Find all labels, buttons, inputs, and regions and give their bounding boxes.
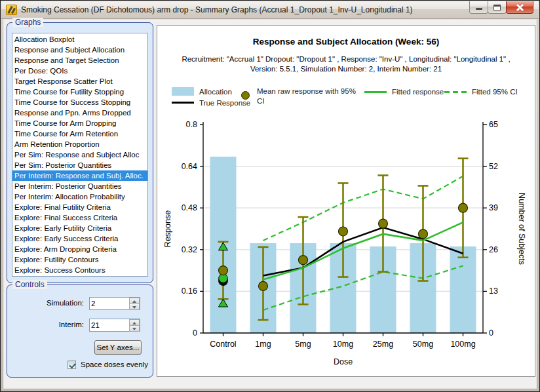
fitted-ci-dash-swatch bbox=[444, 91, 467, 93]
svg-text:0.48: 0.48 bbox=[182, 203, 197, 212]
interim-stepper bbox=[89, 319, 140, 332]
chart-legend: Allocation True Response Mean raw respon… bbox=[157, 86, 535, 115]
raw-mean-point-swatch bbox=[241, 91, 250, 100]
svg-text:0.16: 0.16 bbox=[182, 286, 197, 296]
graph-list-item[interactable]: Explore: Futility Contours bbox=[12, 254, 147, 265]
minimize-icon bbox=[476, 8, 482, 10]
legend-raw-mean-label: Mean raw response with 95% CI bbox=[257, 87, 360, 106]
svg-text:13: 13 bbox=[489, 286, 498, 296]
interim-input[interactable] bbox=[91, 320, 128, 330]
graph-list-item[interactable]: Per Dose: QOIs bbox=[12, 66, 147, 76]
svg-text:26: 26 bbox=[489, 245, 498, 254]
graph-list-item[interactable]: Per Interim: Allocation Probability bbox=[12, 191, 147, 202]
graph-list-item[interactable]: Per Interim: Posterior Quantities bbox=[12, 181, 147, 191]
graphs-group-label: Graphs bbox=[12, 18, 43, 27]
graph-list-item[interactable]: Time Course for Success Stopping bbox=[12, 97, 147, 108]
svg-text:25mg: 25mg bbox=[373, 340, 393, 349]
svg-text:Control: Control bbox=[210, 340, 236, 349]
app-window: Smoking Cessation (DF Dichotomous) arm d… bbox=[0, 0, 540, 392]
chart-subtitle: Recruitment: "Accrual 1" Dropout: "Dropo… bbox=[176, 54, 516, 74]
graphs-groupbox: Graphs Allocation BoxplotResponse and Su… bbox=[7, 22, 153, 283]
legend-fitted-ci-label: Fitted 95% CI bbox=[472, 88, 518, 96]
graph-list[interactable]: Allocation BoxplotResponse and Subject A… bbox=[12, 33, 148, 277]
graph-list-item[interactable]: Response and Ppn. Arms Dropped bbox=[12, 108, 147, 118]
window-title: Smoking Cessation (DF Dichotomous) arm d… bbox=[21, 5, 413, 14]
svg-text:Response: Response bbox=[163, 210, 172, 247]
graph-list-item[interactable]: Per Sim: Response and Subject Alloc bbox=[12, 149, 147, 160]
controls-group-label: Controls bbox=[12, 280, 47, 289]
svg-text:0.64: 0.64 bbox=[182, 162, 197, 171]
graph-list-item[interactable]: Explore: Success Contours bbox=[12, 265, 147, 275]
true-response-line-swatch bbox=[172, 102, 194, 104]
simulation-input[interactable] bbox=[91, 298, 128, 309]
minimize-button[interactable] bbox=[469, 1, 488, 14]
summary-chart: 00.160.320.480.640.801326395265Control1m… bbox=[157, 115, 535, 376]
svg-text:Dose: Dose bbox=[334, 357, 353, 366]
svg-text:52: 52 bbox=[489, 162, 498, 171]
legend-fitted-label: Fitted response bbox=[392, 88, 444, 96]
title-bar[interactable]: Smoking Cessation (DF Dichotomous) arm d… bbox=[1, 1, 539, 19]
svg-text:10mg: 10mg bbox=[333, 340, 353, 349]
svg-text:65: 65 bbox=[489, 120, 498, 129]
graph-list-item[interactable]: Arm Retention Proportion bbox=[12, 139, 147, 149]
svg-text:0: 0 bbox=[489, 328, 493, 338]
svg-text:5mg: 5mg bbox=[295, 340, 311, 349]
legend-true-response-label: True Response bbox=[199, 99, 250, 107]
simulation-label: Simulation: bbox=[31, 299, 84, 307]
graph-list-item[interactable]: Time Course for Arm Retention bbox=[12, 128, 147, 139]
close-button[interactable] bbox=[506, 1, 533, 14]
svg-text:50mg: 50mg bbox=[413, 340, 433, 349]
graph-list-item[interactable]: Time Course for Futility Stopping bbox=[12, 87, 147, 97]
simulation-spin-down[interactable] bbox=[129, 304, 140, 310]
svg-text:39: 39 bbox=[489, 203, 498, 212]
graph-list-item[interactable]: Target Response Scatter Plot bbox=[12, 76, 147, 87]
set-y-axes-button[interactable]: Set Y axes... bbox=[94, 340, 142, 355]
svg-text:1mg: 1mg bbox=[255, 340, 271, 349]
allocation-swatch bbox=[172, 87, 194, 96]
graph-list-item[interactable]: Explore: Early Futility Criteria bbox=[12, 223, 147, 233]
app-logo-icon bbox=[6, 5, 17, 15]
maximize-button[interactable] bbox=[488, 1, 507, 14]
graph-list-item[interactable]: Allocation Boxplot bbox=[12, 34, 147, 45]
graph-list-item[interactable]: Explore: Final Futility Criteria bbox=[12, 202, 147, 212]
interim-label: Interim: bbox=[31, 321, 84, 328]
space-doses-checkbox[interactable] bbox=[68, 361, 76, 369]
graph-list-item[interactable]: Time Course for Arm Dropping bbox=[12, 118, 147, 128]
graph-list-item[interactable]: Response and Subject Allocation bbox=[12, 45, 147, 55]
graph-list-item[interactable]: Explore: Early Success Criteria bbox=[12, 233, 147, 244]
graph-list-item[interactable]: Per Interim: Response and Subj. Alloc. bbox=[12, 170, 147, 181]
graph-list-item[interactable]: Per Sim: Posterior Quantities bbox=[12, 160, 147, 170]
graph-list-item[interactable]: Explore: Arm Dropping Criteria bbox=[12, 244, 147, 254]
graph-list-item[interactable]: Explore: Final Success Criteria bbox=[12, 212, 147, 223]
chart-panel: Response and Subject Allocation (Week: 5… bbox=[157, 25, 535, 377]
svg-text:100mg: 100mg bbox=[450, 340, 475, 349]
svg-text:0: 0 bbox=[193, 328, 197, 338]
controls-groupbox: Controls Simulation: Interim: Set Y axes… bbox=[7, 284, 153, 378]
fitted-line-swatch bbox=[364, 91, 387, 93]
svg-text:Number of Subjects: Number of Subjects bbox=[517, 193, 526, 265]
svg-text:0.32: 0.32 bbox=[182, 245, 197, 254]
legend-allocation-label: Allocation bbox=[199, 88, 232, 96]
graph-list-item[interactable]: Response and Target Selection bbox=[12, 55, 147, 66]
svg-text:0.8: 0.8 bbox=[186, 120, 197, 129]
chart-title: Response and Subject Allocation (Week: 5… bbox=[157, 37, 535, 47]
space-doses-label: Space doses evenly bbox=[81, 361, 148, 368]
maximize-icon bbox=[493, 5, 501, 10]
simulation-stepper bbox=[89, 297, 140, 310]
interim-spin-down[interactable] bbox=[129, 325, 140, 332]
window-content: Graphs Allocation BoxplotResponse and Su… bbox=[3, 19, 537, 389]
